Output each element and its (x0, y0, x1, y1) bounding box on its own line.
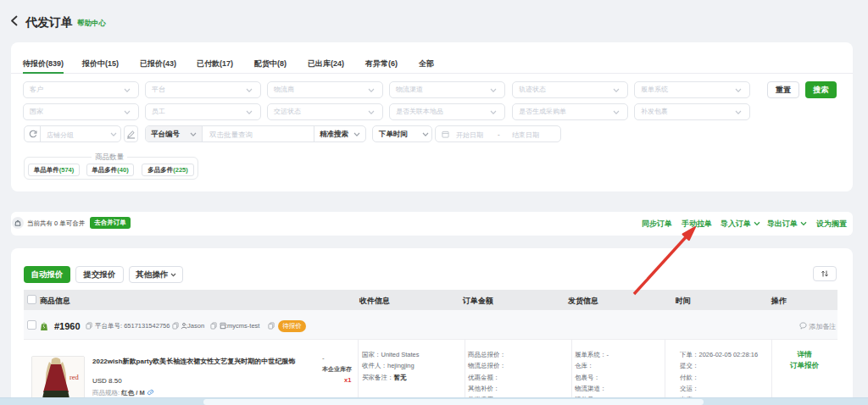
svg-text:red: red (70, 373, 80, 381)
